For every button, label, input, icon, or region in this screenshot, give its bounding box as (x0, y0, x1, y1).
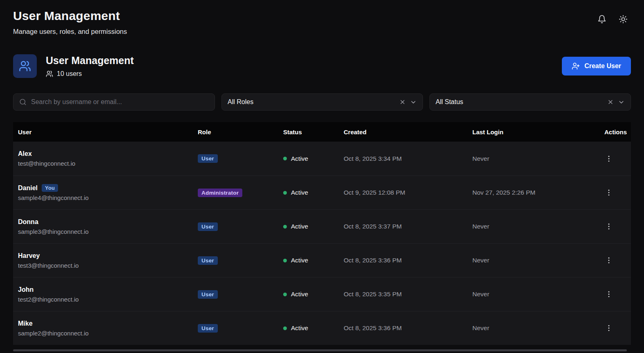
role-filter-icons (399, 99, 417, 106)
status-dot (283, 293, 287, 296)
table-body: Alex test@thingconnect.io User Active Oc… (13, 142, 631, 345)
user-cell: Alex test@thingconnect.io (13, 150, 193, 167)
user-name-line: Alex (18, 150, 193, 158)
role-badge: Administrator (198, 189, 242, 197)
role-cell: User (193, 222, 278, 231)
user-name-line: Mike (18, 320, 193, 327)
user-cell: Daniel You sample4@thingconnect.io (13, 184, 193, 201)
vertical-dots-icon (605, 256, 613, 264)
row-actions-button[interactable] (603, 289, 615, 300)
vertical-dots-icon (605, 155, 613, 163)
last-login: Never (467, 257, 596, 264)
table-row: Alex test@thingconnect.io User Active Oc… (13, 142, 631, 175)
role-filter-select[interactable]: All Roles (221, 93, 423, 111)
user-email: sample4@thingconnect.io (18, 194, 193, 201)
card-title-group: User Management 10 users (46, 55, 134, 78)
filters-bar: All Roles All Status (13, 93, 631, 111)
page-heading-group: User Management Manage users, roles, and… (13, 9, 127, 36)
status-cell: Active (278, 155, 339, 162)
status-text: Active (291, 155, 308, 162)
vertical-dots-icon (605, 324, 613, 332)
role-filter-value: All Roles (228, 98, 253, 106)
status-cell: Active (278, 257, 339, 264)
last-login: Never (467, 324, 596, 332)
row-actions-button[interactable] (603, 255, 615, 266)
created-date: Oct 8, 2025 3:34 PM (339, 155, 467, 162)
user-email: test@thingconnect.io (18, 160, 193, 167)
actions-cell (596, 322, 631, 334)
last-login: Never (467, 291, 596, 298)
user-name-line: Donna (18, 218, 193, 226)
user-name-line: John (18, 286, 193, 293)
role-badge: User (198, 324, 218, 333)
table-row: John test2@thingconnect.io User Active O… (13, 277, 631, 311)
actions-cell (596, 187, 631, 198)
row-actions-button[interactable] (603, 322, 615, 334)
chevron-down-icon[interactable] (410, 99, 417, 106)
vertical-dots-icon (605, 222, 613, 231)
card-header: User Management 10 users Create User (13, 54, 631, 78)
row-actions-button[interactable] (603, 153, 615, 164)
page-title: User Management (13, 9, 127, 23)
user-email: test2@thingconnect.io (18, 296, 193, 303)
created-date: Oct 8, 2025 3:36 PM (339, 324, 467, 332)
last-login: Nov 27, 2025 2:26 PM (467, 189, 596, 196)
status-cell: Active (278, 189, 339, 196)
user-management-page: User Management Manage users, roles, and… (0, 0, 644, 345)
bell-icon (597, 15, 606, 24)
vertical-dots-icon (605, 189, 613, 197)
user-name: Harvey (18, 252, 40, 260)
status-filter-icons (607, 99, 625, 106)
user-email: sample3@thingconnect.io (18, 228, 193, 235)
column-header-user: User (13, 129, 193, 135)
actions-cell (596, 255, 631, 266)
row-actions-button[interactable] (603, 221, 615, 232)
status-cell: Active (278, 324, 339, 332)
search-input[interactable] (31, 98, 209, 106)
notifications-button[interactable] (597, 15, 606, 24)
top-bar: User Management Manage users, roles, and… (13, 9, 631, 36)
column-header-role: Role (193, 129, 278, 135)
status-filter-select[interactable]: All Status (429, 93, 631, 111)
user-email: sample2@thingconnect.io (18, 330, 193, 337)
status-text: Active (291, 324, 308, 332)
card-title: User Management (46, 55, 134, 67)
create-user-button[interactable]: Create User (562, 57, 631, 75)
user-name: Daniel (18, 184, 38, 192)
column-header-last-login: Last Login (467, 129, 596, 135)
user-name: Donna (18, 218, 38, 226)
status-dot (283, 259, 287, 262)
status-text: Active (291, 257, 308, 264)
last-login: Never (467, 155, 596, 162)
you-badge: You (42, 184, 58, 192)
user-name: Mike (18, 320, 33, 327)
users-table: User Role Status Created Last Login Acti… (13, 122, 631, 345)
created-date: Oct 8, 2025 3:35 PM (339, 291, 467, 298)
clear-filter-icon[interactable] (607, 99, 614, 105)
table-row: Donna sample3@thingconnect.io User Activ… (13, 209, 631, 243)
status-cell: Active (278, 291, 339, 298)
chevron-down-icon[interactable] (618, 99, 625, 106)
user-count: 10 users (46, 70, 134, 78)
actions-cell (596, 221, 631, 232)
user-email: test3@thingconnect.io (18, 262, 193, 269)
table-row: Daniel You sample4@thingconnect.io Admin… (13, 175, 631, 209)
horizontal-scrollbar[interactable] (13, 349, 627, 351)
actions-cell (596, 289, 631, 300)
last-login: Never (467, 223, 596, 230)
status-dot (283, 191, 287, 195)
role-badge: User (198, 154, 218, 163)
role-badge: User (198, 222, 218, 231)
user-name: Alex (18, 150, 32, 158)
clear-filter-icon[interactable] (399, 99, 406, 105)
role-cell: User (193, 256, 278, 265)
status-text: Active (291, 189, 308, 196)
sun-icon (619, 15, 628, 24)
top-icons (597, 9, 631, 24)
theme-toggle-button[interactable] (619, 15, 628, 24)
role-badge: User (198, 256, 218, 265)
user-count-label: 10 users (57, 70, 82, 78)
created-date: Oct 8, 2025 3:37 PM (339, 223, 467, 230)
row-actions-button[interactable] (603, 187, 615, 198)
role-badge: User (198, 290, 218, 299)
